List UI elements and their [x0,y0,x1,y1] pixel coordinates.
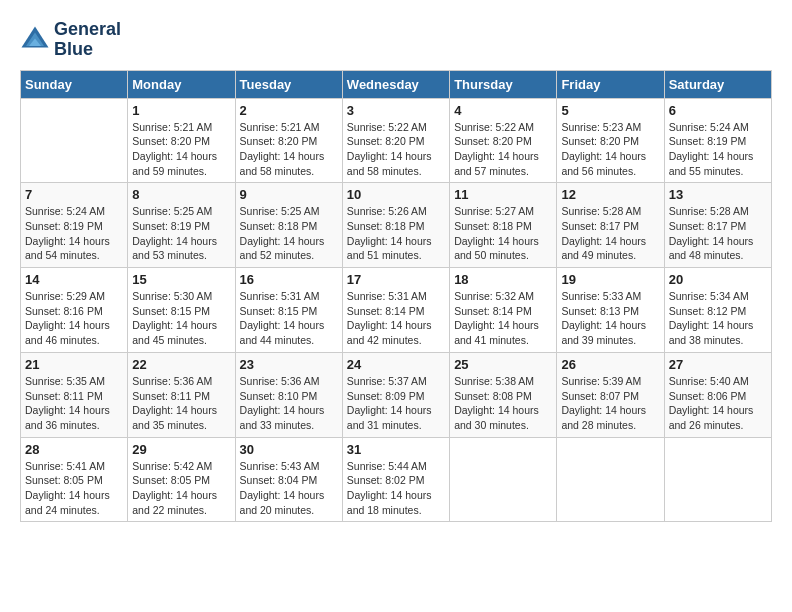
weekday-header-sunday: Sunday [21,70,128,98]
day-cell [557,437,664,522]
day-cell: 16Sunrise: 5:31 AMSunset: 8:15 PMDayligh… [235,268,342,353]
day-cell: 29Sunrise: 5:42 AMSunset: 8:05 PMDayligh… [128,437,235,522]
day-number: 18 [454,272,552,287]
day-number: 21 [25,357,123,372]
week-row-2: 7Sunrise: 5:24 AMSunset: 8:19 PMDaylight… [21,183,772,268]
day-number: 8 [132,187,230,202]
day-number: 3 [347,103,445,118]
day-number: 2 [240,103,338,118]
day-cell: 14Sunrise: 5:29 AMSunset: 8:16 PMDayligh… [21,268,128,353]
day-number: 27 [669,357,767,372]
week-row-4: 21Sunrise: 5:35 AMSunset: 8:11 PMDayligh… [21,352,772,437]
day-number: 22 [132,357,230,372]
weekday-header-monday: Monday [128,70,235,98]
day-cell: 10Sunrise: 5:26 AMSunset: 8:18 PMDayligh… [342,183,449,268]
weekday-header-thursday: Thursday [450,70,557,98]
day-info: Sunrise: 5:36 AMSunset: 8:10 PMDaylight:… [240,374,338,433]
day-info: Sunrise: 5:43 AMSunset: 8:04 PMDaylight:… [240,459,338,518]
day-cell: 30Sunrise: 5:43 AMSunset: 8:04 PMDayligh… [235,437,342,522]
day-number: 20 [669,272,767,287]
day-number: 7 [25,187,123,202]
day-number: 25 [454,357,552,372]
day-cell: 3Sunrise: 5:22 AMSunset: 8:20 PMDaylight… [342,98,449,183]
day-cell: 19Sunrise: 5:33 AMSunset: 8:13 PMDayligh… [557,268,664,353]
day-info: Sunrise: 5:35 AMSunset: 8:11 PMDaylight:… [25,374,123,433]
day-number: 19 [561,272,659,287]
day-number: 10 [347,187,445,202]
day-cell: 24Sunrise: 5:37 AMSunset: 8:09 PMDayligh… [342,352,449,437]
day-cell: 20Sunrise: 5:34 AMSunset: 8:12 PMDayligh… [664,268,771,353]
day-info: Sunrise: 5:31 AMSunset: 8:15 PMDaylight:… [240,289,338,348]
day-cell: 4Sunrise: 5:22 AMSunset: 8:20 PMDaylight… [450,98,557,183]
day-info: Sunrise: 5:22 AMSunset: 8:20 PMDaylight:… [347,120,445,179]
day-number: 24 [347,357,445,372]
day-cell: 11Sunrise: 5:27 AMSunset: 8:18 PMDayligh… [450,183,557,268]
day-info: Sunrise: 5:37 AMSunset: 8:09 PMDaylight:… [347,374,445,433]
day-cell: 28Sunrise: 5:41 AMSunset: 8:05 PMDayligh… [21,437,128,522]
day-info: Sunrise: 5:23 AMSunset: 8:20 PMDaylight:… [561,120,659,179]
day-number: 12 [561,187,659,202]
day-info: Sunrise: 5:26 AMSunset: 8:18 PMDaylight:… [347,204,445,263]
day-cell: 13Sunrise: 5:28 AMSunset: 8:17 PMDayligh… [664,183,771,268]
day-cell: 7Sunrise: 5:24 AMSunset: 8:19 PMDaylight… [21,183,128,268]
day-info: Sunrise: 5:25 AMSunset: 8:19 PMDaylight:… [132,204,230,263]
weekday-header-tuesday: Tuesday [235,70,342,98]
day-number: 31 [347,442,445,457]
logo-text: General Blue [54,20,121,60]
day-info: Sunrise: 5:24 AMSunset: 8:19 PMDaylight:… [25,204,123,263]
day-number: 11 [454,187,552,202]
day-info: Sunrise: 5:40 AMSunset: 8:06 PMDaylight:… [669,374,767,433]
day-info: Sunrise: 5:36 AMSunset: 8:11 PMDaylight:… [132,374,230,433]
day-number: 5 [561,103,659,118]
day-cell: 12Sunrise: 5:28 AMSunset: 8:17 PMDayligh… [557,183,664,268]
day-cell [21,98,128,183]
calendar-table: SundayMondayTuesdayWednesdayThursdayFrid… [20,70,772,523]
logo-icon [20,25,50,55]
day-cell: 31Sunrise: 5:44 AMSunset: 8:02 PMDayligh… [342,437,449,522]
day-number: 29 [132,442,230,457]
day-number: 26 [561,357,659,372]
day-info: Sunrise: 5:39 AMSunset: 8:07 PMDaylight:… [561,374,659,433]
day-number: 13 [669,187,767,202]
day-cell: 9Sunrise: 5:25 AMSunset: 8:18 PMDaylight… [235,183,342,268]
day-cell: 2Sunrise: 5:21 AMSunset: 8:20 PMDaylight… [235,98,342,183]
day-info: Sunrise: 5:42 AMSunset: 8:05 PMDaylight:… [132,459,230,518]
day-cell [450,437,557,522]
day-info: Sunrise: 5:31 AMSunset: 8:14 PMDaylight:… [347,289,445,348]
day-info: Sunrise: 5:30 AMSunset: 8:15 PMDaylight:… [132,289,230,348]
week-row-5: 28Sunrise: 5:41 AMSunset: 8:05 PMDayligh… [21,437,772,522]
day-info: Sunrise: 5:34 AMSunset: 8:12 PMDaylight:… [669,289,767,348]
day-number: 14 [25,272,123,287]
day-number: 9 [240,187,338,202]
day-number: 6 [669,103,767,118]
weekday-header-wednesday: Wednesday [342,70,449,98]
day-info: Sunrise: 5:33 AMSunset: 8:13 PMDaylight:… [561,289,659,348]
logo: General Blue [20,20,121,60]
day-cell: 25Sunrise: 5:38 AMSunset: 8:08 PMDayligh… [450,352,557,437]
day-cell: 27Sunrise: 5:40 AMSunset: 8:06 PMDayligh… [664,352,771,437]
day-number: 4 [454,103,552,118]
weekday-header-row: SundayMondayTuesdayWednesdayThursdayFrid… [21,70,772,98]
page-header: General Blue [20,20,772,60]
day-cell: 8Sunrise: 5:25 AMSunset: 8:19 PMDaylight… [128,183,235,268]
day-info: Sunrise: 5:24 AMSunset: 8:19 PMDaylight:… [669,120,767,179]
day-info: Sunrise: 5:28 AMSunset: 8:17 PMDaylight:… [561,204,659,263]
day-cell: 21Sunrise: 5:35 AMSunset: 8:11 PMDayligh… [21,352,128,437]
day-cell: 5Sunrise: 5:23 AMSunset: 8:20 PMDaylight… [557,98,664,183]
weekday-header-saturday: Saturday [664,70,771,98]
day-info: Sunrise: 5:21 AMSunset: 8:20 PMDaylight:… [240,120,338,179]
day-info: Sunrise: 5:25 AMSunset: 8:18 PMDaylight:… [240,204,338,263]
day-info: Sunrise: 5:41 AMSunset: 8:05 PMDaylight:… [25,459,123,518]
day-cell: 1Sunrise: 5:21 AMSunset: 8:20 PMDaylight… [128,98,235,183]
week-row-3: 14Sunrise: 5:29 AMSunset: 8:16 PMDayligh… [21,268,772,353]
day-info: Sunrise: 5:27 AMSunset: 8:18 PMDaylight:… [454,204,552,263]
day-info: Sunrise: 5:38 AMSunset: 8:08 PMDaylight:… [454,374,552,433]
day-cell: 6Sunrise: 5:24 AMSunset: 8:19 PMDaylight… [664,98,771,183]
day-info: Sunrise: 5:32 AMSunset: 8:14 PMDaylight:… [454,289,552,348]
day-info: Sunrise: 5:28 AMSunset: 8:17 PMDaylight:… [669,204,767,263]
day-info: Sunrise: 5:44 AMSunset: 8:02 PMDaylight:… [347,459,445,518]
day-cell: 17Sunrise: 5:31 AMSunset: 8:14 PMDayligh… [342,268,449,353]
day-number: 23 [240,357,338,372]
day-number: 30 [240,442,338,457]
day-cell [664,437,771,522]
